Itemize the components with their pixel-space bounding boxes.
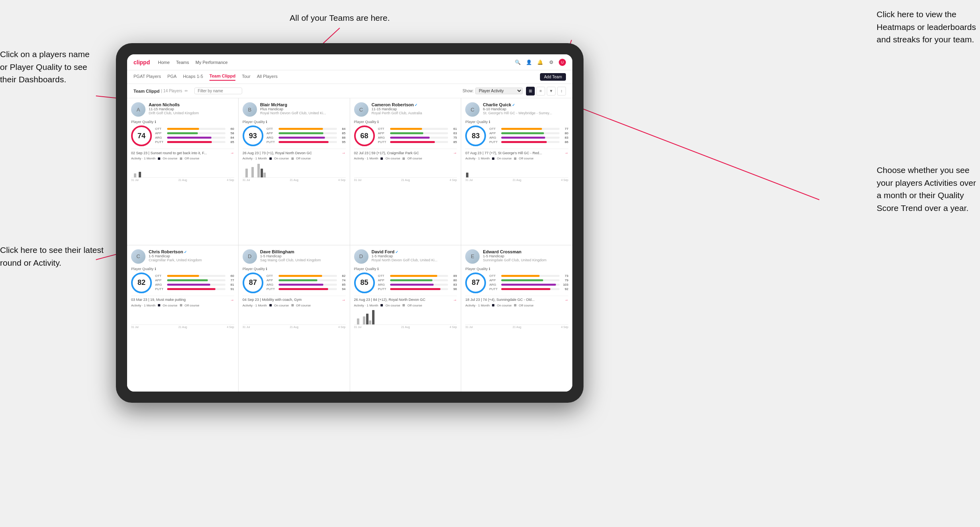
quality-circle[interactable]: 68 xyxy=(354,125,375,146)
player-card[interactable]: C Chris Robertson✓ 1-5 Handicap Craigmil… xyxy=(127,245,238,392)
quality-circle[interactable]: 83 xyxy=(465,125,486,146)
quality-label: Player Quality ℹ xyxy=(243,267,346,271)
player-name[interactable]: Cameron Robertson✓ xyxy=(372,102,457,107)
latest-round[interactable]: 07 Aug 23 | 77 (+7), St George's Hill GC… xyxy=(465,149,568,155)
player-handicap: 11-15 Handicap xyxy=(372,107,457,111)
player-club: Craigmillar Park, United Kingdom xyxy=(149,258,234,262)
player-club: Royal North Devon Golf Club, United Ki..… xyxy=(260,111,346,115)
player-card[interactable]: A Aaron Nicholls 11-15 Handicap Drift Go… xyxy=(127,98,238,245)
latest-round[interactable]: 26 Aug 23 | 73 (+1), Royal North Devon G… xyxy=(243,149,346,155)
quality-section: 87 OTT 73 APP 79 ARG 103 PUTT 92 xyxy=(465,272,568,293)
player-name[interactable]: Blair McHarg xyxy=(260,102,346,107)
latest-round[interactable]: 26 Aug 23 | 84 (+12), Royal North Devon … xyxy=(354,296,457,302)
player-handicap: 6-10 Handicap xyxy=(483,107,568,111)
quality-section: 74 OTT 60 APP 58 ARG 84 PUTT 85 xyxy=(131,125,234,146)
activity-section: Activity · 1 Month On course Off course … xyxy=(465,304,568,328)
user-icon[interactable]: 👤 xyxy=(525,59,532,66)
player-card[interactable]: D David Ford✓ 1-5 Handicap Royal North D… xyxy=(350,245,461,392)
player-name[interactable]: Chris Robertson✓ xyxy=(149,249,234,254)
tab-hcaps[interactable]: Hcaps 1-5 xyxy=(183,74,203,80)
quality-section: 82 OTT 60 APP 77 ARG 81 PUTT 91 xyxy=(131,272,234,293)
quality-label: Player Quality ℹ xyxy=(465,120,568,124)
quality-circle[interactable]: 85 xyxy=(354,272,375,293)
player-name[interactable]: Charlie Quick✓ xyxy=(483,102,568,107)
edit-icon[interactable]: ✏ xyxy=(185,89,188,93)
nav-link-performance[interactable]: My Performance xyxy=(195,60,228,65)
player-avatar: C xyxy=(131,249,145,264)
player-card[interactable]: E Edward Crossman 1-5 Handicap Sunningda… xyxy=(461,245,572,392)
grid-view-icon[interactable]: ⊞ xyxy=(526,87,535,95)
quality-circle[interactable]: 82 xyxy=(131,272,152,293)
player-card[interactable]: D Dave Billingham 1-5 Handicap Sag Maing… xyxy=(239,245,350,392)
nav-link-home[interactable]: Home xyxy=(158,60,169,65)
latest-round[interactable]: 02 Sep 23 | Sunset round to get back int… xyxy=(131,149,234,155)
tab-tour[interactable]: Tour xyxy=(242,74,250,80)
filter-icon[interactable]: ▼ xyxy=(547,87,556,95)
player-club: Sag Maing Golf Club, United Kingdom xyxy=(260,258,346,262)
player-grid: A Aaron Nicholls 11-15 Handicap Drift Go… xyxy=(127,98,572,392)
quality-label: Player Quality ℹ xyxy=(465,267,568,271)
tab-team-clippd[interactable]: Team Clippd xyxy=(209,74,235,81)
player-avatar: D xyxy=(243,249,257,264)
player-handicap: 1-5 Handicap xyxy=(149,254,234,258)
player-handicap: 1-5 Handicap xyxy=(372,254,457,258)
search-input[interactable] xyxy=(194,88,242,94)
activity-section: Activity · 1 Month On course Off course … xyxy=(131,304,234,328)
quality-circle[interactable]: 87 xyxy=(243,272,263,293)
player-avatar: C xyxy=(354,102,368,117)
nav-bar: clippd Home Teams My Performance 🔍 👤 🔔 ⚙… xyxy=(127,54,572,70)
annotation-top-right: Click here to view theHeatmaps or leader… xyxy=(876,8,976,46)
team-subtitle: | 14 Players xyxy=(161,89,182,93)
show-label: Show: xyxy=(462,89,474,93)
quality-label: Player Quality ℹ xyxy=(354,120,457,124)
nav-logo: clippd xyxy=(133,59,150,66)
quality-section: 85 OTT 89 APP 80 ARG 83 PUTT 96 xyxy=(354,272,457,293)
player-name[interactable]: Dave Billingham xyxy=(260,249,346,254)
latest-round[interactable]: 02 Jul 23 | 59 (+17), Craigmillar Park G… xyxy=(354,149,457,155)
latest-round[interactable]: 18 Jul 23 | 74 (+4), Sunningdale GC - Ol… xyxy=(465,296,568,302)
activity-section: Activity · 1 Month On course Off course … xyxy=(131,157,234,181)
annotation-teams: All of your Teams are here. xyxy=(280,12,400,24)
tab-all-players[interactable]: All Players xyxy=(257,74,278,80)
player-club: Sunningdale Golf Club, United Kingdom xyxy=(483,258,568,262)
player-card[interactable]: B Blair McHarg Plus Handicap Royal North… xyxy=(239,98,350,245)
player-name[interactable]: Edward Crossman xyxy=(483,249,568,254)
quality-section: 93 OTT 84 APP 85 ARG 88 PUTT 95 xyxy=(243,125,346,146)
quality-circle[interactable]: 74 xyxy=(131,125,152,146)
player-avatar: B xyxy=(243,102,257,117)
settings-icon[interactable]: ⚙ xyxy=(548,59,555,66)
bell-icon[interactable]: 🔔 xyxy=(536,59,544,66)
player-club: Royal North Devon Golf Club, United Ki..… xyxy=(372,258,457,262)
annotation-bottom-left: Click here to see their latestround or A… xyxy=(0,244,104,269)
stats-grid: OTT 89 APP 80 ARG 83 PUTT 96 xyxy=(378,274,457,292)
player-avatar: A xyxy=(131,102,145,117)
player-card[interactable]: C Charlie Quick✓ 6-10 Handicap St. Georg… xyxy=(461,98,572,245)
quality-circle[interactable]: 93 xyxy=(243,125,263,146)
nav-link-teams[interactable]: Teams xyxy=(176,60,189,65)
tablet-screen: clippd Home Teams My Performance 🔍 👤 🔔 ⚙… xyxy=(127,54,572,392)
player-handicap: Plus Handicap xyxy=(260,107,346,111)
player-name[interactable]: Aaron Nicholls xyxy=(149,102,234,107)
quality-circle[interactable]: 87 xyxy=(465,272,486,293)
team-title: Team Clippd xyxy=(133,89,159,93)
player-handicap: 1-5 Handicap xyxy=(483,254,568,258)
player-avatar: C xyxy=(465,102,480,117)
show-select[interactable]: Player Activity Quality Score Trend xyxy=(475,88,523,94)
table-view-icon[interactable]: ≡ xyxy=(536,87,545,95)
player-name[interactable]: David Ford✓ xyxy=(372,249,457,254)
team-header: Team Clippd | 14 Players ✏ Show: Player … xyxy=(127,84,572,98)
player-club: Drift Golf Club, United Kingdom xyxy=(149,111,234,115)
sort-icon[interactable]: ↕ xyxy=(557,87,566,95)
player-avatar: E xyxy=(465,249,480,264)
tablet-frame: clippd Home Teams My Performance 🔍 👤 🔔 ⚙… xyxy=(116,43,584,403)
tab-pga[interactable]: PGA xyxy=(167,74,177,80)
avatar-icon[interactable]: U xyxy=(559,59,566,66)
search-icon[interactable]: 🔍 xyxy=(514,59,521,66)
player-card[interactable]: C Cameron Robertson✓ 11-15 Handicap Roya… xyxy=(350,98,461,245)
tab-pgat[interactable]: PGAT Players xyxy=(133,74,161,80)
stats-grid: OTT 82 APP 74 ARG 85 PUTT 94 xyxy=(267,274,346,292)
latest-round[interactable]: 04 Sep 23 | Mobility with coach, Gym → xyxy=(243,296,346,302)
nav-icons: 🔍 👤 🔔 ⚙ U xyxy=(514,59,566,66)
add-team-button[interactable]: Add Team xyxy=(540,73,566,81)
latest-round[interactable]: 03 Mar 23 | 19, Must make putting → xyxy=(131,296,234,302)
